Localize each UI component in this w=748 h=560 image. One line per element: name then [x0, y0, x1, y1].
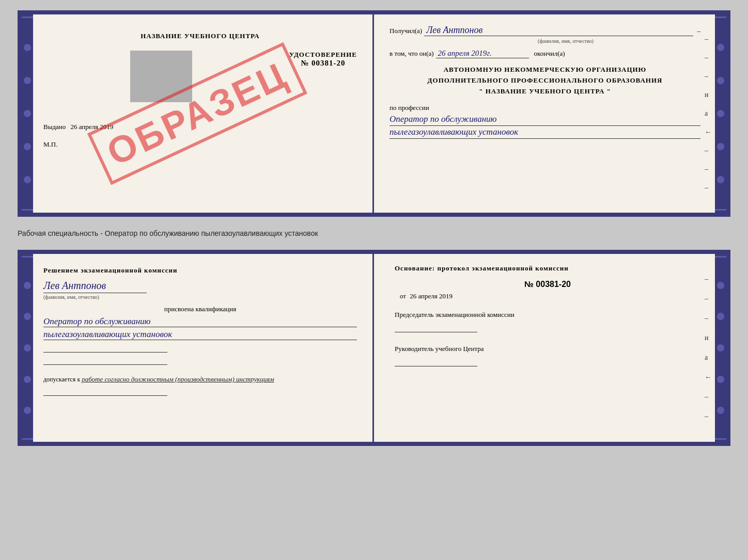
fio-sub-bottom: (фамилия, имя, отчество) — [43, 294, 357, 300]
profession-block: по профессии Оператор по обслуживанию пы… — [389, 104, 700, 139]
bottom-right-dashes: – – – и а ← – – — [705, 254, 712, 442]
dopusk-value: работе согласно должностным (производств… — [82, 375, 274, 383]
osnov-label: Основание: протокол экзаменационной коми… — [395, 264, 700, 273]
rukov-sig-line — [395, 357, 477, 366]
qual-line1: Оператор по обслуживанию — [43, 316, 357, 327]
ot-label: от — [400, 292, 406, 300]
vtom-label: в том, что он(а) — [389, 50, 434, 58]
protocol-num: № 00381-20 — [395, 280, 700, 289]
dopusk-line: допускается к работе согласно должностны… — [43, 375, 357, 383]
bottom-spine-right — [715, 254, 726, 442]
photo-placeholder — [130, 51, 192, 102]
udost-num: № 00381-20 — [289, 59, 357, 68]
vydano-label: Выдано — [43, 123, 66, 131]
separator-label: Рабочая специальность - Оператор по обсл… — [18, 226, 730, 241]
predsedatel-label: Председатель экзаменационной комиссии — [395, 311, 700, 319]
rukov-block: Руководитель учебного Центра — [395, 345, 700, 366]
bottom-left-page: Решением экзаменационной комиссии Лев Ан… — [22, 254, 374, 442]
profession-line2: пылегазоулавливающих установок — [389, 127, 700, 139]
mp-line: М.П. — [43, 140, 357, 149]
vtom-date: 26 апреля 2019г. — [436, 49, 529, 58]
vtom-line: в том, что он(а) 26 апреля 2019г. окончи… — [389, 49, 700, 58]
vydano-line: Выдано 26 апреля 2019 — [43, 123, 357, 131]
dopusk-label-text: допускается к — [43, 376, 80, 383]
org-line3: " НАЗВАНИЕ УЧЕБНОГО ЦЕНТРА " — [389, 86, 700, 97]
predsedatel-block: Председатель экзаменационной комиссии — [395, 311, 700, 332]
org-line2: ДОПОЛНИТЕЛЬНОГО ПРОФЕССИОНАЛЬНОГО ОБРАЗО… — [389, 75, 700, 86]
name-underline — [43, 293, 147, 293]
center-title: НАЗВАНИЕ УЧЕБНОГО ЦЕНТРА — [43, 32, 357, 40]
ot-date-line: от 26 апреля 2019 — [395, 292, 700, 300]
poluchil-value: Лев Антпонов — [424, 25, 693, 36]
document-container: НАЗВАНИЕ УЧЕБНОГО ЦЕНТРА УДОСТОВЕРЕНИЕ №… — [18, 10, 730, 446]
okonchil-label: окончил(а) — [534, 50, 565, 58]
cert-left-page: НАЗВАНИЕ УЧЕБНОГО ЦЕНТРА УДОСТОВЕРЕНИЕ №… — [22, 14, 374, 213]
profession-label: по профессии — [389, 104, 700, 112]
profession-line1: Оператор по обслуживанию — [389, 114, 700, 126]
poluchil-label: Получил(a) — [389, 27, 422, 35]
poluchil-line: Получил(a) Лев Антпонов – — [389, 25, 700, 36]
top-certificate: НАЗВАНИЕ УЧЕБНОГО ЦЕНТРА УДОСТОВЕРЕНИЕ №… — [18, 10, 730, 217]
fio-sub: (фамилия, имя, отчество) — [431, 38, 700, 44]
udost-block: УДОСТОВЕРЕНИЕ № 00381-20 — [289, 51, 357, 68]
dash1: – — [697, 27, 701, 35]
right-dashes: – – – и а ← – – – — [705, 14, 712, 213]
handwritten-name: Лев Антпонов — [43, 280, 357, 292]
poluchil-name: Лев Антпонов — [426, 25, 482, 35]
org-block: АВТОНОМНУЮ НЕКОММЕРЧЕСКУЮ ОРГАНИЗАЦИЮ ДО… — [389, 65, 700, 97]
org-line1: АВТОНОМНУЮ НЕКОММЕРЧЕСКУЮ ОРГАНИЗАЦИЮ — [389, 65, 700, 75]
qual-line2: пылегазоулавливающих установок — [43, 329, 357, 340]
bottom-certificate: Решением экзаменационной комиссии Лев Ан… — [18, 250, 730, 446]
predsedatel-sig-line — [395, 323, 477, 332]
komissia-title: Решением экзаменационной комиссии — [43, 266, 357, 275]
udost-title: УДОСТОВЕРЕНИЕ — [289, 51, 357, 59]
bottom-right-page: Основание: протокол экзаменационной коми… — [374, 254, 726, 442]
ot-date: 26 апреля 2019 — [410, 292, 453, 300]
prisvoena-label: присвоена квалификация — [43, 305, 357, 313]
rukov-label: Руководитель учебного Центра — [395, 345, 700, 353]
vydano-date: 26 апреля 2019 — [71, 123, 114, 131]
spine-right — [715, 14, 726, 213]
cert-right-page: Получил(a) Лев Антпонов – (фамилия, имя,… — [374, 14, 726, 213]
